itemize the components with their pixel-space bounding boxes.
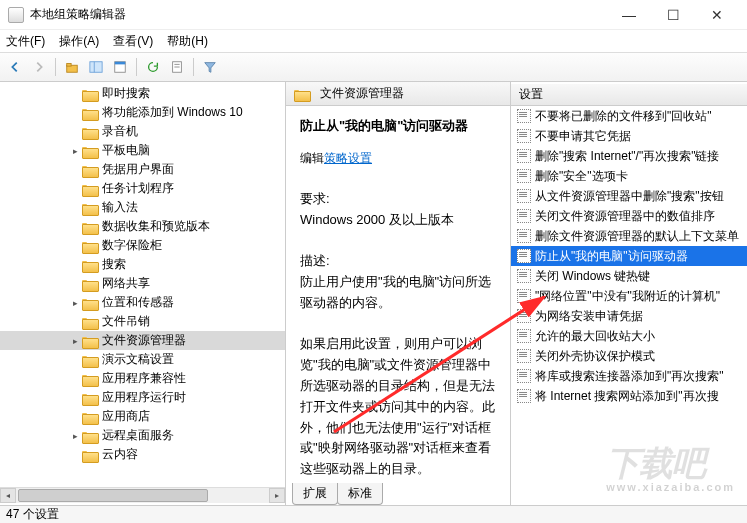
tree-item-label: 即时搜索 <box>102 85 150 102</box>
setting-label: 删除"安全"选项卡 <box>535 168 628 185</box>
tree-item[interactable]: 网络共享 <box>0 274 285 293</box>
settings-column-header[interactable]: 设置 <box>511 84 747 106</box>
setting-label: 不要将已删除的文件移到"回收站" <box>535 108 712 125</box>
tree-item[interactable]: 凭据用户界面 <box>0 160 285 179</box>
scroll-left-button[interactable]: ◂ <box>0 488 16 503</box>
setting-item[interactable]: 删除"安全"选项卡 <box>511 166 747 186</box>
policy-title: 防止从"我的电脑"访问驱动器 <box>300 116 496 137</box>
setting-item[interactable]: 关闭外壳协议保护模式 <box>511 346 747 366</box>
folder-icon <box>82 373 98 385</box>
menu-view[interactable]: 查看(V) <box>113 33 153 50</box>
tree-item[interactable]: 任务计划程序 <box>0 179 285 198</box>
setting-item[interactable]: 防止从"我的电脑"访问驱动器 <box>511 246 747 266</box>
tree-item-label: 录音机 <box>102 123 138 140</box>
tree-item[interactable]: 演示文稿设置 <box>0 350 285 369</box>
expand-icon[interactable]: ▸ <box>70 298 80 308</box>
folder-icon <box>82 107 98 119</box>
tree-hscrollbar[interactable]: ◂ ▸ <box>0 487 285 503</box>
tree-item[interactable]: 数字保险柜 <box>0 236 285 255</box>
folder-icon <box>82 297 98 309</box>
export-button[interactable] <box>109 56 131 78</box>
minimize-button[interactable]: — <box>607 1 651 29</box>
window-controls: — ☐ ✕ <box>607 1 739 29</box>
setting-item[interactable]: 关闭 Windows 键热键 <box>511 266 747 286</box>
policy-settings-link[interactable]: 策略设置 <box>324 151 372 165</box>
tree-item[interactable]: ▸远程桌面服务 <box>0 426 285 445</box>
tree-item[interactable]: 录音机 <box>0 122 285 141</box>
details-panel: 文件资源管理器 防止从"我的电脑"访问驱动器 编辑策略设置 要求: Window… <box>286 82 511 505</box>
toolbar <box>0 52 747 82</box>
refresh-button[interactable] <box>142 56 164 78</box>
setting-item[interactable]: 关闭文件资源管理器中的数值排序 <box>511 206 747 226</box>
setting-item[interactable]: 将 Internet 搜索网站添加到"再次搜 <box>511 386 747 406</box>
setting-item[interactable]: 不要将已删除的文件移到"回收站" <box>511 106 747 126</box>
setting-item[interactable]: 从文件资源管理器中删除"搜索"按钮 <box>511 186 747 206</box>
setting-item[interactable]: "网络位置"中没有"我附近的计算机" <box>511 286 747 306</box>
tree-panel: 即时搜索将功能添加到 Windows 10录音机▸平板电脑凭据用户界面任务计划程… <box>0 82 286 505</box>
scroll-right-button[interactable]: ▸ <box>269 488 285 503</box>
separator <box>193 58 194 76</box>
folder-icon <box>82 202 98 214</box>
policy-icon <box>517 209 531 223</box>
tab-extended[interactable]: 扩展 <box>292 483 338 505</box>
details-header-title: 文件资源管理器 <box>320 85 404 102</box>
setting-label: 关闭 Windows 键热键 <box>535 268 650 285</box>
titlebar: 本地组策略编辑器 — ☐ ✕ <box>0 0 747 30</box>
setting-item[interactable]: 允许的最大回收站大小 <box>511 326 747 346</box>
tree-item[interactable]: 将功能添加到 Windows 10 <box>0 103 285 122</box>
policy-icon <box>517 369 531 383</box>
close-button[interactable]: ✕ <box>695 1 739 29</box>
policy-icon <box>517 389 531 403</box>
show-hide-tree-button[interactable] <box>85 56 107 78</box>
folder-icon <box>82 411 98 423</box>
tree-item-label: 应用程序运行时 <box>102 389 186 406</box>
setting-label: 删除文件资源管理器的默认上下文菜单 <box>535 228 739 245</box>
menubar: 文件(F) 操作(A) 查看(V) 帮助(H) <box>0 30 747 52</box>
tree-item[interactable]: ▸文件资源管理器 <box>0 331 285 350</box>
tree-item[interactable]: 应用程序兼容性 <box>0 369 285 388</box>
setting-item[interactable]: 删除"搜索 Internet"/"再次搜索"链接 <box>511 146 747 166</box>
tree-item[interactable]: 数据收集和预览版本 <box>0 217 285 236</box>
menu-action[interactable]: 操作(A) <box>59 33 99 50</box>
tree-item[interactable]: 输入法 <box>0 198 285 217</box>
expand-icon[interactable]: ▸ <box>70 146 80 156</box>
folder-icon <box>82 183 98 195</box>
tree-item[interactable]: ▸位置和传感器 <box>0 293 285 312</box>
setting-label: 关闭文件资源管理器中的数值排序 <box>535 208 715 225</box>
tree-item[interactable]: ▸平板电脑 <box>0 141 285 160</box>
setting-label: 将 Internet 搜索网站添加到"再次搜 <box>535 388 719 405</box>
tab-standard[interactable]: 标准 <box>337 483 383 505</box>
tree-item[interactable]: 搜索 <box>0 255 285 274</box>
tree-item[interactable]: 云内容 <box>0 445 285 464</box>
maximize-button[interactable]: ☐ <box>651 1 695 29</box>
setting-item[interactable]: 不要申请其它凭据 <box>511 126 747 146</box>
tree-item-label: 网络共享 <box>102 275 150 292</box>
tree-item[interactable]: 文件吊销 <box>0 312 285 331</box>
back-button[interactable] <box>4 56 26 78</box>
tree-item[interactable]: 应用商店 <box>0 407 285 426</box>
folder-icon <box>82 145 98 157</box>
expand-icon[interactable]: ▸ <box>70 336 80 346</box>
scroll-thumb[interactable] <box>18 489 208 502</box>
tree-item[interactable]: 即时搜索 <box>0 84 285 103</box>
tree-item[interactable]: 应用程序运行时 <box>0 388 285 407</box>
folder-icon <box>82 278 98 290</box>
app-icon <box>8 7 24 23</box>
filter-button[interactable] <box>199 56 221 78</box>
up-button[interactable] <box>61 56 83 78</box>
properties-button[interactable] <box>166 56 188 78</box>
tree-item-label: 搜索 <box>102 256 126 273</box>
statusbar: 47 个设置 <box>0 505 747 523</box>
forward-button[interactable] <box>28 56 50 78</box>
policy-icon <box>517 129 531 143</box>
setting-item[interactable]: 删除文件资源管理器的默认上下文菜单 <box>511 226 747 246</box>
setting-label: 将库或搜索连接器添加到"再次搜索" <box>535 368 724 385</box>
policy-icon <box>517 109 531 123</box>
settings-panel: 设置 不要将已删除的文件移到"回收站"不要申请其它凭据删除"搜索 Interne… <box>511 82 747 505</box>
menu-file[interactable]: 文件(F) <box>6 33 45 50</box>
expand-icon[interactable]: ▸ <box>70 431 80 441</box>
setting-label: 删除"搜索 Internet"/"再次搜索"链接 <box>535 148 719 165</box>
setting-item[interactable]: 为网络安装申请凭据 <box>511 306 747 326</box>
menu-help[interactable]: 帮助(H) <box>167 33 208 50</box>
setting-item[interactable]: 将库或搜索连接器添加到"再次搜索" <box>511 366 747 386</box>
